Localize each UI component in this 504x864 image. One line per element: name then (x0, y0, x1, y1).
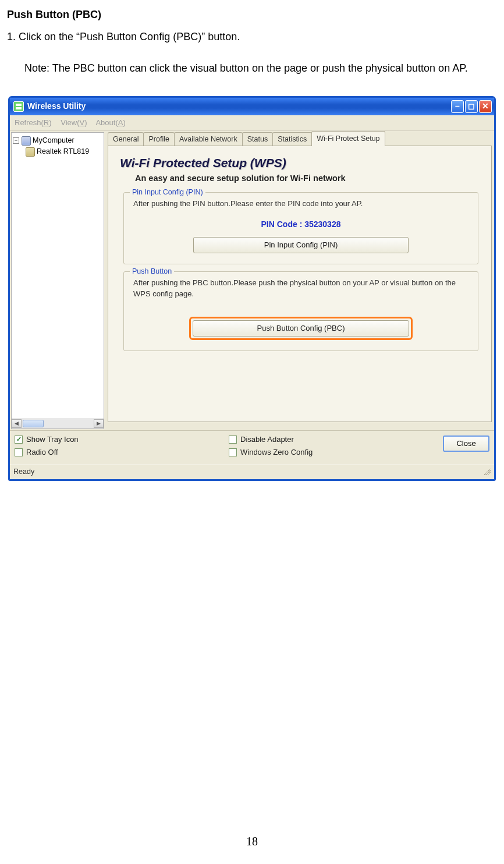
check-windows-zero-config[interactable]: Windows Zero Config (229, 447, 443, 458)
wireless-utility-window: Wireless Utility – ◻ ✕ Refresh(R) View(V… (8, 96, 496, 481)
wps-subtitle: An easy and secure setup solution for Wi… (135, 172, 482, 184)
tree-root-label: MyComputer (33, 136, 74, 146)
pin-code-label: PIN Code : 35230328 (133, 219, 468, 231)
app-icon (13, 101, 24, 112)
statusbar: Ready (10, 465, 494, 479)
doc-note: Note: The PBC button can click the visua… (24, 58, 497, 78)
check-disable-adapter[interactable]: Disable Adapter (229, 434, 443, 445)
tab-profile[interactable]: Profile (143, 132, 174, 146)
minimize-button[interactable]: – (451, 100, 464, 113)
tree-collapse-icon[interactable]: − (13, 137, 19, 144)
resize-grip-icon[interactable] (481, 467, 491, 475)
menu-refresh[interactable]: Refresh(R) (15, 118, 52, 127)
scroll-right-icon[interactable]: ▶ (94, 419, 104, 428)
tab-status[interactable]: Status (242, 132, 273, 146)
wps-title: Wi-Fi Protected Setup (WPS) (120, 154, 482, 171)
check-show-tray[interactable]: ✓ Show Tray Icon (15, 434, 229, 445)
pbc-highlight: Push Button Config (PBC) (189, 317, 413, 340)
status-text: Ready (13, 467, 34, 477)
check-disable-adapter-label: Disable Adapter (240, 434, 294, 445)
page-number: 18 (7, 830, 497, 852)
tab-wps[interactable]: Wi-Fi Protect Setup (311, 131, 385, 146)
pin-legend: Pin Input Config (PIN) (130, 187, 205, 198)
scroll-thumb[interactable] (23, 420, 44, 427)
pbc-config-button[interactable]: Push Button Config (PBC) (193, 320, 409, 337)
main-pane: General Profile Available Network Status… (104, 131, 494, 430)
tab-strip: General Profile Available Network Status… (108, 132, 492, 146)
bottom-options-bar: ✓ Show Tray Icon Radio Off Disable Adapt… (10, 430, 494, 465)
titlebar: Wireless Utility – ◻ ✕ (10, 98, 494, 115)
checkbox-unchecked-icon[interactable] (229, 435, 237, 444)
pin-description: After pushing the PIN button.Please ente… (133, 199, 468, 209)
computer-icon (22, 136, 31, 146)
menu-view[interactable]: View(V) (61, 118, 87, 127)
pin-config-button[interactable]: Pin Input Config (PIN) (193, 237, 409, 253)
pbc-description: After pushing the PBC button.Please push… (133, 278, 468, 299)
tree-adapter-label: Realtek RTL819 (37, 147, 89, 157)
checkbox-unchecked-icon[interactable] (229, 448, 237, 456)
check-radio-off[interactable]: Radio Off (15, 447, 229, 458)
adapter-icon (26, 147, 35, 157)
maximize-button[interactable]: ◻ (465, 100, 478, 113)
menubar: Refresh(R) View(V) About(A) (10, 115, 494, 131)
check-show-tray-label: Show Tray Icon (26, 434, 79, 445)
pbc-groupbox: Push Button After pushing the PBC button… (123, 271, 478, 351)
pbc-legend: Push Button (130, 267, 174, 277)
tree-horizontal-scrollbar[interactable]: ◀ ▶ (12, 419, 104, 429)
window-close-button[interactable]: ✕ (479, 100, 492, 113)
menu-about[interactable]: About(A) (95, 118, 125, 127)
device-tree: − MyComputer Realtek RTL819 ◀ ▶ (11, 132, 104, 429)
tab-general[interactable]: General (108, 132, 144, 146)
close-button[interactable]: Close (443, 435, 489, 452)
doc-heading: Push Button (PBC) (7, 5, 497, 24)
tab-statistics[interactable]: Statistics (272, 132, 312, 146)
check-windows-zero-config-label: Windows Zero Config (240, 447, 313, 458)
checkbox-checked-icon[interactable]: ✓ (15, 435, 23, 444)
tree-root-row[interactable]: − MyComputer (13, 135, 102, 147)
tree-adapter-row[interactable]: Realtek RTL819 (13, 146, 102, 158)
pin-groupbox: Pin Input Config (PIN) After pushing the… (123, 192, 478, 264)
scroll-left-icon[interactable]: ◀ (12, 419, 22, 428)
tab-available-network[interactable]: Available Network (174, 132, 243, 146)
window-title: Wireless Utility (27, 101, 450, 112)
check-radio-off-label: Radio Off (26, 447, 58, 458)
wps-tab-page: Wi-Fi Protected Setup (WPS) An easy and … (108, 146, 492, 422)
checkbox-unchecked-icon[interactable] (15, 448, 23, 456)
doc-step-1: 1. Click on the “Push Button Config (PBC… (7, 27, 497, 47)
